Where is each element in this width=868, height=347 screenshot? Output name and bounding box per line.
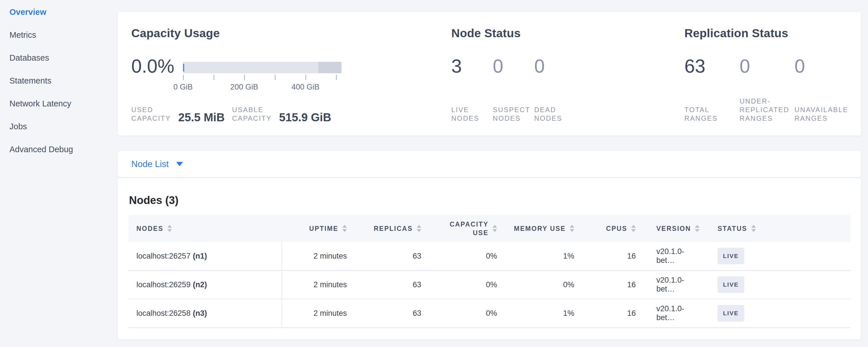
suspect-nodes-label: SUSPECT NODES: [493, 105, 530, 123]
cluster-summary-card: Capacity Usage 0.0% 0 GiB 200 GiB 400 Gi…: [117, 11, 861, 136]
node-memory-use-cell: 0%: [505, 271, 582, 298]
node-version-cell: v20.1.0-bet…: [644, 271, 710, 298]
column-header[interactable]: UPTIME: [282, 215, 355, 242]
node-capacity-use-cell: 0%: [429, 271, 505, 298]
capacity-gauge-reserved-segment: [318, 62, 341, 73]
sidebar-item-label: Statements: [9, 76, 52, 86]
node-status-cell: LIVE: [710, 242, 850, 270]
node-name: (n2): [193, 280, 207, 289]
node-cpus-cell: 16: [582, 271, 644, 298]
capacity-gauge-usable-segment: [183, 62, 318, 73]
node-cpus-cell: 16: [582, 299, 644, 327]
node-capacity-use-cell: 0%: [429, 299, 505, 327]
tick-label-400: 400 GiB: [291, 83, 319, 92]
node-uptime-cell: 2 minutes: [282, 299, 355, 327]
nodes-section-title: Nodes (3): [129, 194, 179, 207]
column-header-label: VERSION: [656, 224, 691, 233]
capacity-stats: USED CAPACITY 25.5 MiB USABLE CAPACITY 5…: [131, 97, 331, 123]
nodes-table: NODES UPTIME REPLICAS CAPACITY USE MEMOR…: [128, 215, 850, 328]
dead-nodes-count: 0: [534, 55, 582, 83]
live-nodes-label: LIVE NODES: [451, 105, 479, 123]
sort-icon: [695, 225, 700, 232]
column-header-label: REPLICAS: [374, 224, 413, 233]
column-header[interactable]: CAPACITY USE: [429, 215, 505, 242]
column-header-label: STATUS: [718, 224, 747, 233]
sort-icon: [342, 225, 347, 232]
node-row[interactable]: localhost:26257 (n1) 2 minutes 63 0% 1% …: [128, 242, 850, 271]
dead-nodes-stat: 0 DEAD NODES: [534, 55, 582, 123]
node-capacity-use-cell: 0%: [429, 242, 505, 270]
column-header[interactable]: REPLICAS: [355, 215, 429, 242]
node-address-cell: localhost:26258 (n3): [128, 299, 282, 327]
node-address: localhost:26259: [136, 280, 190, 289]
node-version-cell: v20.1.0-bet…: [644, 242, 710, 270]
node-replicas-cell: 63: [355, 242, 429, 270]
node-address-cell: localhost:26257 (n1): [128, 242, 282, 270]
node-list-dropdown-label: Node List: [131, 159, 169, 169]
under-replicated-ranges-label: UNDER- REPLICATED RANGES: [740, 97, 789, 123]
node-status-title: Node Status: [451, 27, 521, 40]
node-list-dropdown[interactable]: Node List: [131, 151, 183, 177]
node-name: (n1): [193, 252, 207, 261]
column-header[interactable]: STATUS: [710, 215, 850, 242]
node-name: (n3): [193, 309, 207, 318]
total-ranges-count: 63: [684, 55, 732, 83]
column-header-label: NODES: [136, 224, 163, 233]
under-replicated-ranges-count: 0: [740, 55, 787, 83]
column-header-label: CAPACITY USE: [443, 220, 489, 237]
sidebar-item[interactable]: Overview: [0, 1, 117, 24]
column-header-label: MEMORY USE: [514, 224, 566, 233]
sort-icon: [417, 225, 421, 232]
sidebar-item[interactable]: Network Latency: [0, 92, 117, 115]
node-row[interactable]: localhost:26259 (n2) 2 minutes 63 0% 0% …: [128, 271, 850, 299]
column-header[interactable]: NODES: [128, 215, 282, 242]
capacity-stat-value: 25.5 MiB: [178, 111, 224, 124]
capacity-stat: USABLE CAPACITY 515.9 GiB: [232, 105, 332, 123]
sidebar-item-label: Advanced Debug: [9, 145, 73, 154]
capacity-usage-title: Capacity Usage: [131, 27, 220, 40]
capacity-gauge-axis: [183, 75, 341, 81]
sort-icon: [570, 225, 574, 232]
nodes-card: Nodes (3) NODES UPTIME REPLICAS CAPACITY…: [117, 178, 861, 340]
node-memory-use-cell: 1%: [505, 242, 582, 270]
tick-label-0: 0 GiB: [173, 83, 193, 92]
sort-icon: [751, 225, 756, 232]
nodes-table-header: NODES UPTIME REPLICAS CAPACITY USE MEMOR…: [128, 215, 850, 242]
sidebar-item-label: Jobs: [9, 122, 27, 131]
column-header[interactable]: MEMORY USE: [505, 215, 582, 242]
total-ranges-stat: 63 TOTAL RANGES: [684, 55, 732, 123]
node-memory-use-cell: 1%: [505, 299, 582, 327]
chevron-down-icon: [176, 162, 183, 166]
live-status-badge: LIVE: [718, 276, 744, 293]
live-status-badge: LIVE: [718, 305, 744, 321]
sidebar-item[interactable]: Statements: [0, 69, 117, 92]
sort-icon: [493, 225, 497, 232]
node-uptime-cell: 2 minutes: [282, 271, 355, 298]
suspect-nodes-count: 0: [493, 55, 540, 83]
node-uptime-cell: 2 minutes: [282, 242, 355, 270]
node-cpus-cell: 16: [582, 242, 644, 270]
sidebar: Overview Metrics Databases Statements Ne…: [0, 0, 117, 347]
unavailable-ranges-label: UNAVAILABLE RANGES: [795, 105, 848, 123]
unavailable-ranges-stat: 0 UNAVAILABLE RANGES: [795, 55, 842, 123]
nodes-table-body: localhost:26257 (n1) 2 minutes 63 0% 1% …: [128, 242, 850, 328]
column-header-label: CPUS: [606, 224, 627, 233]
live-status-badge: LIVE: [718, 248, 744, 264]
sidebar-item[interactable]: Databases: [0, 46, 117, 69]
node-address: localhost:26257: [136, 252, 190, 261]
capacity-used-percent: 0.0%: [131, 55, 174, 77]
column-header[interactable]: VERSION: [644, 215, 710, 242]
live-nodes-stat: 3 LIVE NODES: [451, 55, 498, 123]
sidebar-item[interactable]: Metrics: [0, 24, 117, 46]
node-replicas-cell: 63: [355, 299, 429, 327]
sidebar-item[interactable]: Advanced Debug: [0, 138, 117, 161]
sidebar-item[interactable]: Jobs: [0, 115, 117, 138]
column-header[interactable]: CPUS: [582, 215, 644, 242]
sort-icon: [167, 225, 172, 232]
node-status-cell: LIVE: [710, 271, 850, 298]
replication-status-title: Replication Status: [684, 27, 788, 40]
sidebar-item-label: Network Latency: [9, 99, 71, 108]
column-header-label: UPTIME: [309, 224, 338, 233]
tick-label-200: 200 GiB: [230, 83, 258, 92]
node-row[interactable]: localhost:26258 (n3) 2 minutes 63 0% 1% …: [128, 299, 850, 328]
